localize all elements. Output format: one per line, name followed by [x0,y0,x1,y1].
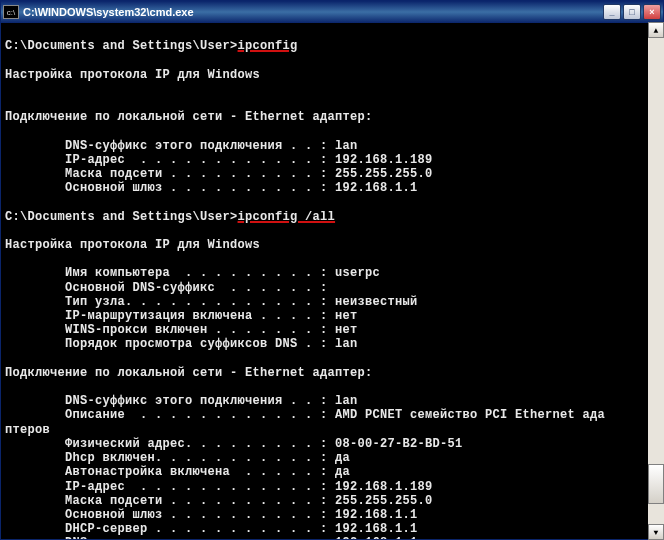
cmd-ipconfig: ipconfig [238,39,298,53]
titlebar[interactable]: c:\ C:\WINDOWS\system32\cmd.exe _ □ × [1,1,663,23]
window-icon: c:\ [3,5,19,19]
scroll-up-button[interactable]: ▲ [648,22,664,38]
maximize-button[interactable]: □ [623,4,641,20]
close-button[interactable]: × [643,4,661,20]
minimize-button[interactable]: _ [603,4,621,20]
cmd-window: c:\ C:\WINDOWS\system32\cmd.exe _ □ × C:… [0,0,664,540]
window-title: C:\WINDOWS\system32\cmd.exe [23,6,194,18]
cmd-ipconfig-all: ipconfig /all [238,210,336,224]
terminal-output[interactable]: C:\Documents and Settings\User>ipconfig … [1,23,663,539]
scroll-down-button[interactable]: ▼ [648,524,664,540]
vertical-scrollbar[interactable]: ▲ ▼ [648,22,664,540]
scrollbar-track[interactable] [648,38,664,524]
scrollbar-thumb[interactable] [648,464,664,504]
